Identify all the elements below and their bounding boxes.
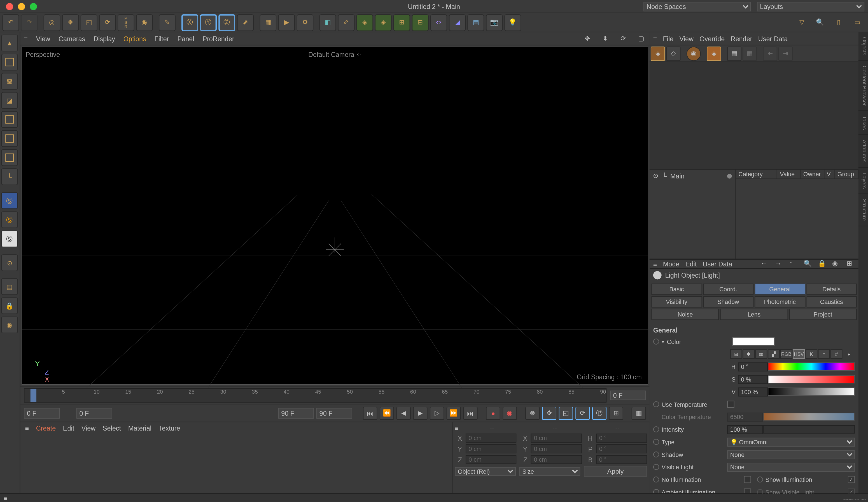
view-menu-filter[interactable]: Filter: [155, 35, 169, 42]
attr-fwd-icon[interactable]: →: [775, 260, 783, 268]
preview-end-field[interactable]: [278, 408, 314, 418]
rotate-button[interactable]: ⟳: [99, 14, 116, 31]
snap-s3-button[interactable]: Ⓢ: [1, 230, 18, 247]
current-frame-field[interactable]: [610, 390, 646, 400]
bend-button[interactable]: ⇔: [430, 14, 447, 31]
vp-zoom-icon[interactable]: ⬍: [601, 34, 610, 43]
light-button[interactable]: 💡: [505, 14, 521, 31]
takes-col-group[interactable]: Group: [835, 170, 858, 178]
pos-y-field[interactable]: 0 cm: [466, 444, 517, 453]
layout2-icon[interactable]: ▭: [849, 14, 866, 31]
tab-photometric[interactable]: Photometric: [755, 296, 805, 308]
color-mode-1[interactable]: ⊞: [730, 349, 742, 359]
key-pla-button[interactable]: ⊞: [609, 407, 623, 420]
key-scale-button[interactable]: ◱: [559, 407, 573, 420]
search-icon[interactable]: 🔍: [812, 14, 829, 31]
takes-col-v[interactable]: V: [824, 170, 835, 178]
sky-button[interactable]: ▤: [467, 14, 484, 31]
color-swatch[interactable]: [733, 338, 774, 346]
render-settings-button[interactable]: ⚙: [297, 14, 313, 31]
take-main[interactable]: ⊙└Main: [650, 170, 735, 182]
check-ambient-illumination[interactable]: [744, 489, 751, 493]
val-field[interactable]: 100 %: [738, 387, 768, 396]
attr-userdata-menu[interactable]: User Data: [703, 260, 732, 268]
coord-apply-button[interactable]: Apply: [584, 466, 647, 477]
om-icon-4[interactable]: ◈: [707, 46, 721, 61]
check-show-illumination[interactable]: [848, 476, 855, 483]
timeline-window-button[interactable]: ▦: [632, 407, 646, 420]
tab-visibility[interactable]: Visibility: [651, 296, 702, 308]
om-file-menu[interactable]: File: [663, 35, 673, 42]
layouts-dropdown[interactable]: Layouts: [757, 1, 864, 11]
attr-new-icon[interactable]: ⊞: [846, 260, 855, 268]
magnet-button[interactable]: ⊙: [1, 254, 18, 271]
filter-icon[interactable]: ▽: [793, 14, 810, 31]
view-menu-options[interactable]: Options: [123, 35, 146, 42]
color-mode-list[interactable]: ≡: [818, 349, 830, 359]
playhead[interactable]: [30, 389, 36, 402]
vp-toggle-icon[interactable]: ▢: [637, 34, 646, 43]
om-icon-8[interactable]: ⇥: [778, 46, 793, 61]
attr-up-icon[interactable]: ↑: [789, 260, 798, 268]
size-y-field[interactable]: 0 cm: [531, 444, 582, 453]
check-no-illumination[interactable]: [744, 476, 751, 483]
array-button[interactable]: ⊞: [393, 14, 410, 31]
x-axis-button[interactable]: Ⓧ: [182, 14, 198, 31]
autokey-button[interactable]: ◉: [503, 407, 517, 420]
om-userdata-menu[interactable]: User Data: [758, 35, 788, 42]
om-icon-3[interactable]: ◉: [686, 46, 701, 61]
texture-mode-button[interactable]: ▩: [1, 73, 18, 90]
takes-col-category[interactable]: Category: [736, 170, 777, 178]
om-icon-5[interactable]: ▦: [727, 46, 742, 61]
tab-basic[interactable]: Basic: [651, 284, 702, 295]
hamburger-icon[interactable]: ≡: [455, 425, 459, 432]
scale-button[interactable]: ◱: [81, 14, 97, 31]
pos-x-field[interactable]: 0 cm: [466, 434, 517, 443]
prev-key-button[interactable]: ⏪: [380, 407, 394, 420]
om-icon-2[interactable]: ◇: [666, 46, 680, 61]
vp-move-icon[interactable]: ✥: [583, 34, 592, 43]
size-x-field[interactable]: 0 cm: [531, 434, 582, 443]
camera-button[interactable]: 📷: [486, 14, 503, 31]
vp-rotate-icon[interactable]: ⟳: [619, 34, 628, 43]
takes-col-owner[interactable]: Owner: [801, 170, 824, 178]
mat-create-menu[interactable]: Create: [36, 425, 56, 432]
poly-mode-button[interactable]: [1, 149, 18, 166]
sat-slider[interactable]: [768, 375, 855, 383]
grid-lock-button[interactable]: 🔒: [1, 297, 18, 314]
om-view-menu[interactable]: View: [680, 35, 694, 42]
om-override-menu[interactable]: Override: [700, 35, 725, 42]
vtab-structure[interactable]: Structure: [858, 194, 868, 226]
color-mode-hsv[interactable]: HSV: [793, 349, 805, 359]
om-icon-7[interactable]: ⇤: [763, 46, 777, 61]
tab-details[interactable]: Details: [806, 284, 857, 295]
mat-texture-menu[interactable]: Texture: [159, 425, 180, 432]
tab-general[interactable]: General: [755, 284, 805, 295]
snap-s2-button[interactable]: Ⓢ: [1, 212, 18, 228]
vtab-layers[interactable]: Layers: [858, 168, 868, 194]
color-mode-3[interactable]: ▦: [755, 349, 767, 359]
key-pos-button[interactable]: ✥: [542, 407, 556, 420]
use-temp-check[interactable]: [727, 401, 734, 408]
color-mode-k[interactable]: K: [805, 349, 817, 359]
subdiv-button[interactable]: ◈: [356, 14, 373, 31]
intensity-slider[interactable]: [763, 425, 855, 434]
vtab-attributes[interactable]: Attributes: [858, 135, 868, 168]
vtab-objects[interactable]: Objects: [858, 32, 868, 61]
redo-button[interactable]: ↷: [21, 14, 38, 31]
om-icon-6[interactable]: ▦: [743, 46, 757, 61]
hue-slider[interactable]: [768, 362, 855, 371]
keysel-button[interactable]: ⊛: [525, 407, 539, 420]
mat-view-menu[interactable]: View: [82, 425, 95, 432]
timeline-ruler[interactable]: 051015202530354045505560657075808590: [24, 388, 607, 402]
view-menu-prorender[interactable]: ProRender: [203, 35, 234, 42]
attr-edit-menu[interactable]: Edit: [685, 260, 696, 268]
window-close[interactable]: [6, 3, 13, 10]
rot-h-field[interactable]: 0 °: [596, 434, 647, 443]
color-mode-4[interactable]: ▞: [768, 349, 780, 359]
object-tree[interactable]: [650, 62, 858, 169]
render-view-button[interactable]: ▦: [260, 14, 276, 31]
color-mode-hex[interactable]: #: [830, 349, 843, 359]
vtab-takes[interactable]: Takes: [858, 111, 868, 135]
instance-button[interactable]: ⊟: [412, 14, 429, 31]
